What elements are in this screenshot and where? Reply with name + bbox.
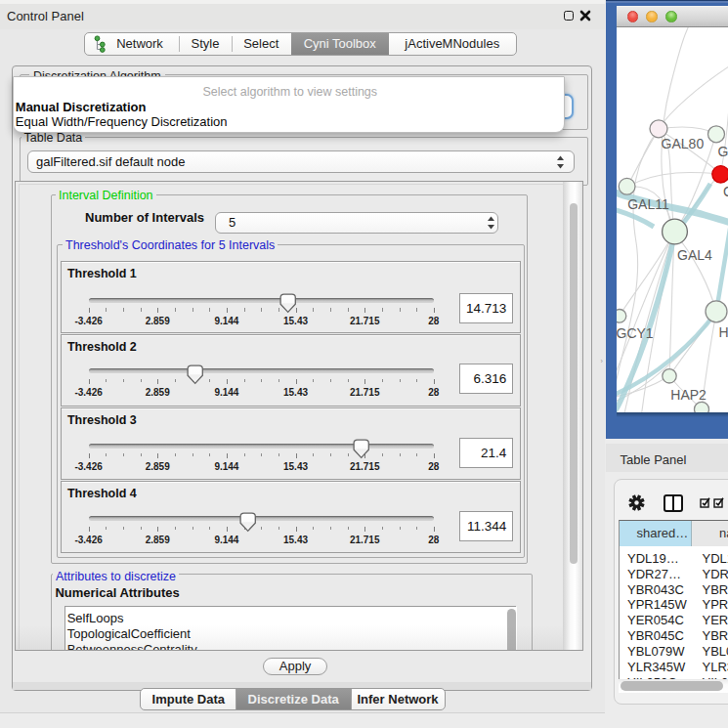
svg-text:GAL80: GAL80 [662, 136, 705, 151]
svg-text:GAL4: GAL4 [677, 246, 712, 262]
svg-text:GCY1: GCY1 [617, 325, 654, 341]
svg-text:GAL11: GAL11 [627, 196, 669, 212]
svg-text:HAP2: HAP2 [670, 386, 707, 402]
svg-text:HA: HA [719, 324, 728, 340]
svg-text:C: C [723, 184, 728, 199]
svg-text:GAL1: GAL1 [718, 144, 728, 159]
